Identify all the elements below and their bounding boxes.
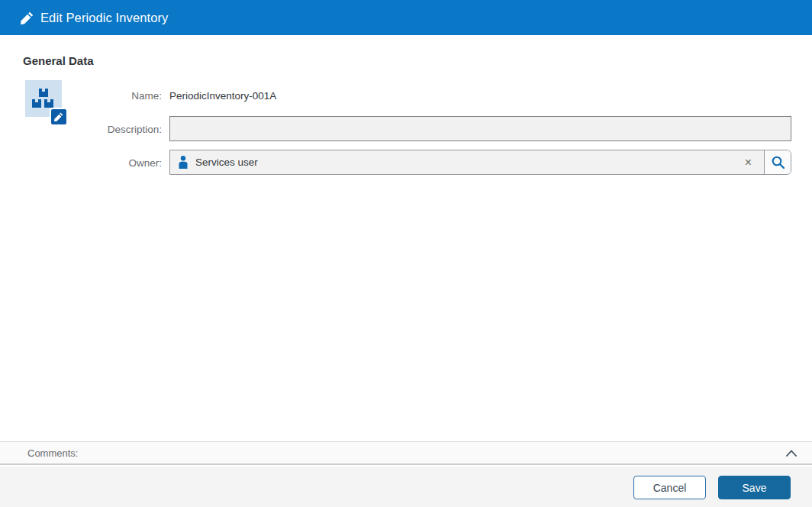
description-label: Description: <box>0 124 162 135</box>
save-button[interactable]: Save <box>718 476 791 499</box>
description-input[interactable] <box>169 116 791 141</box>
pencil-icon <box>21 11 34 24</box>
dialog-title: Edit Periodic Inventory <box>40 11 168 25</box>
section-title: General Data <box>23 54 94 67</box>
owner-label: Owner: <box>0 157 162 169</box>
comments-bar[interactable]: Comments: <box>0 441 812 465</box>
owner-field[interactable]: Services user × <box>169 150 791 175</box>
name-value: PeriodicInventory-001A <box>169 90 276 102</box>
person-icon <box>178 156 188 169</box>
magnifier-icon <box>772 156 785 169</box>
owner-value-area[interactable]: Services user × <box>170 150 765 174</box>
clear-owner-icon[interactable]: × <box>740 155 756 170</box>
comments-label: Comments: <box>27 447 78 459</box>
collapse-comments-button[interactable] <box>785 448 798 458</box>
edit-periodic-inventory-dialog: Edit Periodic Inventory General Data Nam… <box>0 0 812 507</box>
owner-value: Services user <box>195 157 740 168</box>
dialog-header: Edit Periodic Inventory <box>0 0 812 35</box>
edit-pencil-icon <box>54 112 63 121</box>
dialog-footer: Cancel Save <box>0 467 812 507</box>
chevron-up-icon <box>786 450 797 457</box>
cancel-button[interactable]: Cancel <box>633 476 706 499</box>
owner-search-button[interactable] <box>765 150 791 174</box>
name-label: Name: <box>0 90 162 102</box>
